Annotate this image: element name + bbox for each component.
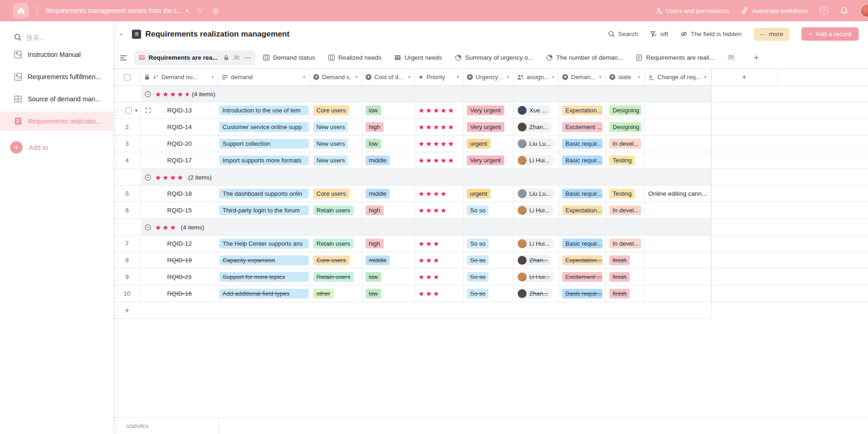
row-gutter[interactable]: 6 [113,202,141,218]
cell-demand-number[interactable]: RQID-17 [141,152,218,168]
cell-demand[interactable]: The Help Center supports ans [218,236,310,252]
cell-demand-number[interactable]: RQID-19 [141,252,218,268]
hidden-fields-button[interactable]: The field is hidden [680,31,742,37]
cell-demand-source-seg[interactable]: New users [310,136,362,152]
cell-demand-type[interactable]: Basic requir... [559,136,606,152]
cell-demand-number[interactable]: RQID-15 [141,202,218,218]
cell-priority[interactable]: ★★★ [415,285,464,302]
cell-assignee[interactable]: Li Hui... [514,152,559,168]
cell-state[interactable]: Testing [606,152,645,168]
cell-assignee[interactable]: Zhan... [514,119,559,135]
cell-cost[interactable]: low [362,285,415,302]
cell-demand-number[interactable]: RQID-16 [141,285,218,302]
column-caret-icon[interactable]: ▼ [598,75,602,80]
cell-priority[interactable]: ★★★ [415,236,464,252]
home-button[interactable] [13,3,29,19]
cell-change-request[interactable] [645,202,711,218]
row-gutter[interactable]: 3 [113,136,141,152]
cell-demand-type[interactable]: Excitement ... [559,119,606,135]
cell-state[interactable]: Designing [606,119,645,135]
badge-icon[interactable]: ◎ [213,7,219,14]
column-caret-icon[interactable]: ▼ [703,75,707,80]
users-permissions-button[interactable]: Users and permissions [656,7,729,14]
column-header-0[interactable]: Demand nu... ▼ [141,69,218,85]
add-row[interactable]: + [113,302,711,319]
cell-demand[interactable]: Import supports more formats [218,152,310,168]
cell-change-request[interactable] [645,285,711,302]
view-tab-5[interactable]: The number of deman... [540,50,628,65]
cell-assignee[interactable]: Zhan... [514,285,559,302]
search-button[interactable]: Search [608,31,638,37]
cell-state[interactable]: Designing [606,102,645,118]
expand-record-icon[interactable] [145,107,151,113]
cell-state[interactable]: Testing [606,186,645,202]
cell-demand-source-seg[interactable]: Core users [310,252,362,268]
view-tab-0[interactable]: Requirements are rea... ⋯ [134,50,255,65]
cell-demand[interactable]: Third-party login to the forum [218,202,310,218]
cell-demand-source-seg[interactable]: other [310,285,362,302]
favorite-star-icon[interactable]: ☆ [196,7,202,14]
row-gutter[interactable]: 8 [113,252,141,268]
cell-cost[interactable]: low [362,269,415,285]
notifications-bell-icon[interactable] [840,6,848,15]
cell-demand-number[interactable]: RQID-12 [141,236,218,252]
add-to-button[interactable]: + Add to [10,141,113,154]
cell-assignee[interactable]: Xue ... [514,102,559,118]
cell-change-request[interactable] [645,269,711,285]
cell-cost[interactable]: high [362,236,415,252]
cell-demand-source-seg[interactable]: Core users [310,102,362,118]
cell-change-request[interactable] [645,102,711,118]
cell-demand-source-seg[interactable]: Retain users [310,202,362,218]
cell-urgency[interactable]: urgent [464,136,514,152]
add-field-button[interactable]: + [711,69,778,85]
cell-change-request[interactable] [645,252,711,268]
cell-cost[interactable]: low [362,102,415,118]
sidebar-item-0[interactable]: Instruction Manual [0,45,113,64]
help-button[interactable]: ? [820,6,828,15]
statistics-label[interactable]: statistics [126,423,149,429]
drag-handle-icon[interactable]: ⋮⋮ [115,108,123,113]
cell-priority[interactable]: ★★★★ [415,202,464,218]
cell-priority[interactable]: ★★★★★ [415,102,464,118]
cell-demand-type[interactable]: Expectation... [559,252,606,268]
cell-cost[interactable]: high [362,119,415,135]
cell-change-request[interactable] [645,236,711,252]
cell-priority[interactable]: ★★★ [415,252,464,268]
cell-demand-source-seg[interactable]: Core users [310,186,362,202]
cell-state[interactable]: In devel... [606,236,645,252]
cell-demand-type[interactable]: Expectation... [559,202,606,218]
view-tab-6[interactable]: Requirements are reali... [630,50,720,65]
cell-state[interactable]: finish [606,252,645,268]
cell-assignee[interactable]: Li Hui... [514,202,559,218]
cell-change-request[interactable] [645,152,711,168]
cell-demand[interactable]: The dashboard supports onlin [218,186,310,202]
column-caret-icon[interactable]: ▼ [637,75,641,80]
column-header-2[interactable]: ▼Demand s... ▼ [310,69,362,85]
cell-demand[interactable]: Support for more topics [218,269,310,285]
sidebar-item-3[interactable]: Requirements realizatio... [0,112,113,131]
column-caret-icon[interactable]: ▼ [354,75,359,80]
cell-urgency[interactable]: So so [464,236,514,252]
view-tab-3[interactable]: Urgent needs [389,50,447,65]
cell-urgency[interactable]: So so [464,269,514,285]
cell-priority[interactable]: ★★★★★ [415,136,464,152]
view-tab-2[interactable]: Realized needs [322,50,387,65]
cell-assignee[interactable]: Liu Lu... [514,136,559,152]
tab-more-icon[interactable]: ⋯ [244,54,251,62]
column-header-5[interactable]: ▼Urgency ... ▼ [464,69,514,85]
column-header-4[interactable]: ★Priority ▼ [415,69,464,85]
sidebar-item-2[interactable]: Source of demand man... [0,89,113,109]
cell-demand-source-seg[interactable]: New users [310,152,362,168]
cell-demand[interactable]: Introduction to the use of tem [218,102,310,118]
cell-demand-type[interactable]: Basic requir... [559,285,606,302]
workspace-title-caret-icon[interactable]: ▼ [185,8,190,13]
row-checkbox[interactable] [125,107,132,114]
collaborators-icon[interactable] [727,54,735,61]
add-record-button[interactable]: + Add a record [801,27,859,41]
cell-change-request[interactable] [645,136,711,152]
cell-demand-type[interactable]: Excitement ... [559,269,606,285]
cell-cost[interactable]: middle [362,252,415,268]
user-avatar[interactable] [860,4,868,18]
cell-state[interactable]: finish [606,285,645,302]
column-header-9[interactable]: Change of req... ▼ [645,69,711,85]
